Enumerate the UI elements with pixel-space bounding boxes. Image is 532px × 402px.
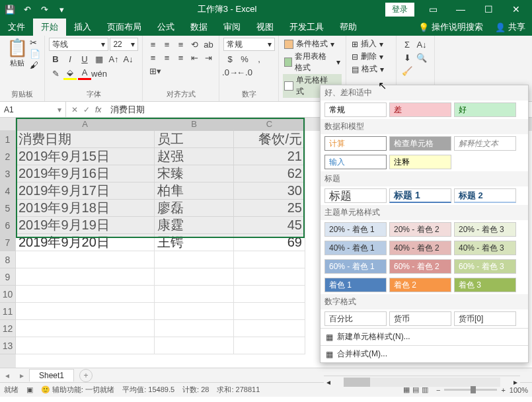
cell[interactable]: 宋臻 <box>155 165 234 182</box>
cell[interactable]: 柏隼 <box>155 182 234 200</box>
style-40% - 着色 3[interactable]: 40% - 着色 3 <box>454 241 516 255</box>
cell[interactable]: 赵强 <box>155 148 234 165</box>
cell[interactable]: 员工 <box>155 131 234 148</box>
new-cell-style[interactable]: ▦新建单元格样式(N)... <box>321 328 528 345</box>
cell[interactable] <box>16 320 155 337</box>
cell[interactable] <box>155 320 234 337</box>
cell[interactable]: 康霆 <box>155 217 234 234</box>
fill-icon[interactable]: ⬇ <box>400 51 414 64</box>
paste-button[interactable]: 📋 粘贴 <box>4 38 30 70</box>
horizontal-scrollbar[interactable]: ◂▸ <box>324 376 520 387</box>
increase-indent-icon[interactable]: ⇥ <box>202 51 215 64</box>
ribbon-options-icon[interactable]: ▭ <box>420 1 446 17</box>
wrap-text-icon[interactable]: ab <box>202 38 215 51</box>
login-button[interactable]: 登录 <box>385 3 414 17</box>
cell[interactable]: 45 <box>234 217 305 234</box>
orientation-icon[interactable]: ⟲ <box>188 38 201 51</box>
format-painter-icon[interactable]: 🖌 <box>30 60 40 70</box>
format-as-table-button[interactable]: 套用表格格式▾ <box>283 50 342 74</box>
cell[interactable]: 王锷 <box>155 234 234 251</box>
cell[interactable] <box>234 303 305 320</box>
cell[interactable]: 2019年9月15日 <box>16 148 155 165</box>
col-header-A[interactable]: A <box>16 118 155 131</box>
cell[interactable] <box>16 337 155 354</box>
minimize-icon[interactable]: — <box>447 1 474 17</box>
border-button[interactable]: ▦ <box>93 52 106 65</box>
cell[interactable] <box>155 303 234 320</box>
cell[interactable]: 69 <box>234 234 305 251</box>
style-好[interactable]: 好 <box>454 102 516 117</box>
cell[interactable]: 2019年9月20日 <box>16 234 155 251</box>
tab-开发工具[interactable]: 开发工具 <box>282 19 332 36</box>
style-标题[interactable]: 标题 <box>324 188 387 203</box>
zoom-slider[interactable] <box>444 389 497 391</box>
redo-icon[interactable]: ↷ <box>37 2 52 17</box>
cell[interactable] <box>155 268 234 286</box>
insert-button[interactable]: ⊞插入▾ <box>350 38 392 50</box>
cell[interactable] <box>234 268 305 286</box>
align-right-icon[interactable]: ≡ <box>174 51 187 64</box>
tab-文件[interactable]: 文件 <box>0 19 33 36</box>
autosum-icon[interactable]: Σ <box>400 38 414 51</box>
enter-formula-icon[interactable]: ✓ <box>83 105 90 114</box>
row-header-6[interactable]: 6 <box>0 217 16 234</box>
row-header-12[interactable]: 12 <box>0 320 16 337</box>
cell[interactable] <box>155 251 234 268</box>
clear-icon[interactable]: 🧹 <box>400 64 414 77</box>
font-color-button[interactable]: A <box>78 67 91 80</box>
cell[interactable]: 消费日期 <box>16 131 155 148</box>
maximize-icon[interactable]: ☐ <box>475 1 502 17</box>
cell[interactable] <box>234 320 305 337</box>
style-标题 1[interactable]: 标题 1 <box>389 188 451 203</box>
decrease-indent-icon[interactable]: ⇤ <box>188 51 201 64</box>
cell[interactable]: 2019年9月16日 <box>16 165 155 182</box>
style-20% - 着色 2[interactable]: 20% - 着色 2 <box>389 222 451 237</box>
undo-icon[interactable]: ↶ <box>20 2 34 17</box>
col-header-C[interactable]: C <box>234 118 305 131</box>
style-40% - 着色 2[interactable]: 40% - 着色 2 <box>389 241 451 255</box>
cell[interactable] <box>155 286 234 303</box>
cell[interactable]: 2019年9月18日 <box>16 200 155 217</box>
row-header-13[interactable]: 13 <box>0 337 16 354</box>
tab-数据[interactable]: 数据 <box>182 19 215 36</box>
style-百分比[interactable]: 百分比 <box>324 311 387 326</box>
style-注释[interactable]: 注释 <box>389 155 451 169</box>
font-size-select[interactable]: 22▾ <box>110 38 138 51</box>
conditional-format-button[interactable]: 条件格式▾ <box>283 38 342 50</box>
cell[interactable] <box>155 337 234 354</box>
sort-filter-icon[interactable]: A↓ <box>415 38 428 51</box>
row-header-4[interactable]: 4 <box>0 182 16 200</box>
tell-me[interactable]: 💡 操作说明搜索 <box>413 21 488 33</box>
select-all-corner[interactable] <box>0 118 16 131</box>
copy-icon[interactable]: 📄 <box>30 49 40 59</box>
underline-button[interactable]: U <box>78 52 91 65</box>
style-输入[interactable]: 输入 <box>324 155 387 169</box>
cell[interactable]: 21 <box>234 148 305 165</box>
row-header-2[interactable]: 2 <box>0 148 16 165</box>
tab-公式[interactable]: 公式 <box>149 19 182 36</box>
sheet-nav-prev[interactable]: ◂ <box>0 371 15 380</box>
bold-button[interactable]: B <box>49 52 62 65</box>
cell[interactable]: 2019年9月19日 <box>16 217 155 234</box>
tab-开始[interactable]: 开始 <box>33 19 66 36</box>
style-60% - 着色 3[interactable]: 60% - 着色 3 <box>454 259 516 274</box>
row-header-7[interactable]: 7 <box>0 234 16 251</box>
percent-icon[interactable]: % <box>238 52 251 65</box>
number-format-select[interactable]: 常规▾ <box>223 38 275 51</box>
style-货币[interactable]: 货币 <box>389 311 451 326</box>
merge-icon[interactable]: ⊞▾ <box>147 64 164 77</box>
currency-icon[interactable]: $ <box>223 52 237 65</box>
style-差[interactable]: 差 <box>389 102 451 117</box>
style-检查单元格[interactable]: 检查单元格 <box>389 136 451 151</box>
style-着色 1[interactable]: 着色 1 <box>324 278 387 292</box>
style-标题 2[interactable]: 标题 2 <box>454 188 516 203</box>
cell[interactable] <box>16 303 155 320</box>
style-60% - 着色 1[interactable]: 60% - 着色 1 <box>324 259 387 274</box>
italic-button[interactable]: I <box>63 52 77 65</box>
tab-插入[interactable]: 插入 <box>66 19 99 36</box>
cell[interactable]: 2019年9月17日 <box>16 182 155 200</box>
style-货币[0][interactable]: 货币[0] <box>454 311 516 326</box>
cell[interactable] <box>16 251 155 268</box>
comma-icon[interactable]: , <box>252 52 266 65</box>
align-center-icon[interactable]: ≡ <box>161 51 173 64</box>
